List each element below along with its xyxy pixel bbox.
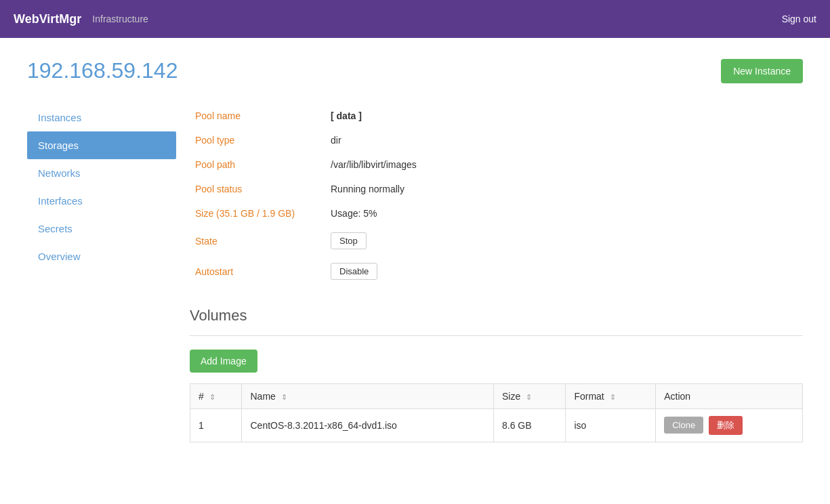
delete-button[interactable]: 删除 bbox=[709, 416, 743, 435]
pool-type-value: dir bbox=[325, 128, 803, 152]
volumes-table: # ⇕ Name ⇕ Size ⇕ Format bbox=[190, 383, 803, 442]
navbar-section: Infrastructure bbox=[92, 14, 148, 24]
col-num: # ⇕ bbox=[190, 384, 242, 409]
pool-type-label: Pool type bbox=[190, 128, 325, 152]
row-size: 8.6 GB bbox=[494, 409, 566, 442]
format-sort-icon: ⇕ bbox=[610, 393, 616, 401]
name-sort-icon: ⇕ bbox=[281, 393, 287, 401]
volumes-divider bbox=[190, 335, 803, 336]
pool-size-label: Size (35.1 GB / 1.9 GB) bbox=[190, 201, 325, 226]
row-action: Clone 删除 bbox=[656, 409, 803, 442]
pool-status-row: Pool status Running normally bbox=[190, 177, 803, 201]
signout-button[interactable]: Sign out bbox=[782, 14, 816, 24]
col-format: Format ⇕ bbox=[566, 384, 656, 409]
page-header: 192.168.59.142 New Instance bbox=[27, 58, 803, 83]
navbar: WebVirtMgr Infrastructure Sign out bbox=[0, 0, 830, 38]
pool-size-value: Usage: 5% bbox=[325, 201, 803, 226]
pool-path-row: Pool path /var/lib/libvirt/images bbox=[190, 152, 803, 177]
sidebar: Instances Storages Networks Interfaces S… bbox=[27, 104, 176, 442]
clone-button[interactable]: Clone bbox=[664, 417, 703, 434]
pool-autostart-cell: Disable bbox=[325, 256, 803, 287]
num-sort-icon: ⇕ bbox=[209, 393, 215, 401]
add-image-button[interactable]: Add Image bbox=[190, 350, 257, 373]
pool-status-label: Pool status bbox=[190, 177, 325, 201]
col-action: Action bbox=[656, 384, 803, 409]
pool-state-cell: Stop bbox=[325, 226, 803, 256]
pool-size-row: Size (35.1 GB / 1.9 GB) Usage: 5% bbox=[190, 201, 803, 226]
volumes-table-head: # ⇕ Name ⇕ Size ⇕ Format bbox=[190, 384, 803, 409]
row-name: CentOS-8.3.2011-x86_64-dvd1.iso bbox=[242, 409, 494, 442]
main-layout: Instances Storages Networks Interfaces S… bbox=[27, 104, 803, 442]
row-num: 1 bbox=[190, 409, 242, 442]
stop-button[interactable]: Stop bbox=[331, 232, 367, 249]
sidebar-item-secrets[interactable]: Secrets bbox=[27, 215, 176, 243]
sidebar-item-instances[interactable]: Instances bbox=[27, 104, 176, 131]
page-title: 192.168.59.142 bbox=[27, 58, 178, 83]
pool-info-table: Pool name [ data ] Pool type dir Pool pa… bbox=[190, 104, 803, 287]
pool-name-label: Pool name bbox=[190, 104, 325, 128]
new-instance-button[interactable]: New Instance bbox=[721, 59, 803, 83]
pool-autostart-row: Autostart Disable bbox=[190, 256, 803, 287]
navbar-brand: WebVirtMgr Infrastructure bbox=[14, 12, 148, 26]
table-row: 1 CentOS-8.3.2011-x86_64-dvd1.iso 8.6 GB… bbox=[190, 409, 803, 442]
col-size: Size ⇕ bbox=[494, 384, 566, 409]
pool-state-label: State bbox=[190, 226, 325, 256]
volumes-section-title: Volumes bbox=[190, 307, 803, 324]
disable-button[interactable]: Disable bbox=[331, 263, 377, 280]
content-area: Pool name [ data ] Pool type dir Pool pa… bbox=[176, 104, 803, 442]
row-format: iso bbox=[566, 409, 656, 442]
volumes-table-body: 1 CentOS-8.3.2011-x86_64-dvd1.iso 8.6 GB… bbox=[190, 409, 803, 442]
app-name: WebVirtMgr bbox=[14, 12, 81, 26]
pool-path-value: /var/lib/libvirt/images bbox=[325, 152, 803, 177]
pool-path-label: Pool path bbox=[190, 152, 325, 177]
page-content: 192.168.59.142 New Instance Instances St… bbox=[0, 38, 830, 463]
pool-type-row: Pool type dir bbox=[190, 128, 803, 152]
sidebar-item-storages[interactable]: Storages bbox=[27, 131, 176, 159]
size-sort-icon: ⇕ bbox=[526, 393, 532, 401]
pool-name-value: [ data ] bbox=[325, 104, 803, 128]
volumes-header-row: # ⇕ Name ⇕ Size ⇕ Format bbox=[190, 384, 803, 409]
pool-name-row: Pool name [ data ] bbox=[190, 104, 803, 128]
pool-status-value: Running normally bbox=[325, 177, 803, 201]
sidebar-item-interfaces[interactable]: Interfaces bbox=[27, 187, 176, 215]
sidebar-item-networks[interactable]: Networks bbox=[27, 159, 176, 187]
pool-state-row: State Stop bbox=[190, 226, 803, 256]
pool-autostart-label: Autostart bbox=[190, 256, 325, 287]
sidebar-item-overview[interactable]: Overview bbox=[27, 243, 176, 270]
col-name: Name ⇕ bbox=[242, 384, 494, 409]
